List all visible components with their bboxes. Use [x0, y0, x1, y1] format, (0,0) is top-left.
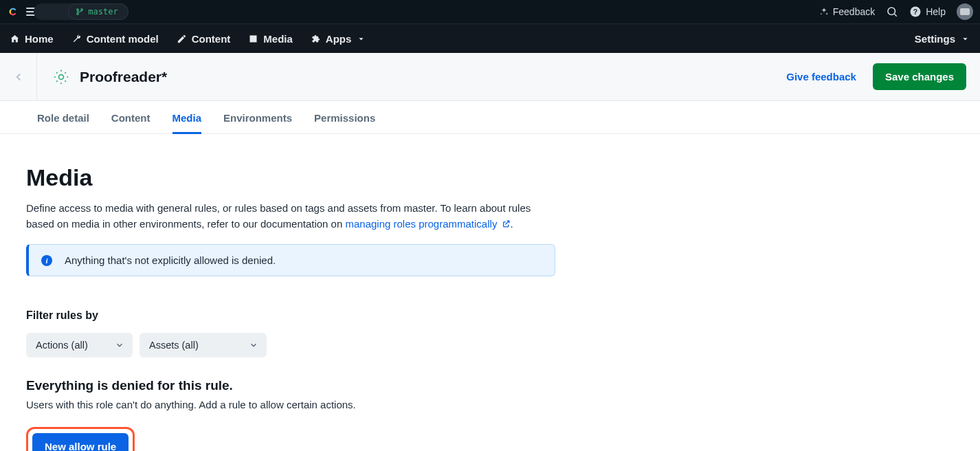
svg-point-3	[888, 8, 895, 15]
environment-pill[interactable]: master	[68, 3, 128, 20]
svg-point-6	[59, 74, 64, 79]
chevron-down-icon	[115, 340, 124, 350]
primary-nav: Home Content model Content Media Apps Se…	[0, 23, 980, 53]
wrench-icon	[71, 34, 82, 44]
caret-down-icon	[960, 34, 970, 44]
chevron-left-icon	[12, 71, 25, 83]
role-tabs: Role detail Content Media Environments P…	[0, 101, 980, 134]
nav-content[interactable]: Content	[177, 33, 231, 45]
give-feedback-link[interactable]: Give feedback	[786, 71, 856, 82]
nav-media[interactable]: Media	[248, 33, 293, 45]
app-topbar: BE master Feedback ? Help	[0, 0, 980, 23]
tutorial-highlight: New allow rule	[26, 427, 135, 451]
search-icon	[886, 6, 898, 18]
doc-link-managing-roles[interactable]: managing roles programmatically	[345, 218, 510, 230]
media-rules-section: Media Define access to media with genera…	[0, 134, 564, 451]
filter-actions-select[interactable]: Actions (all)	[26, 333, 133, 358]
denied-heading: Everything is denied for this rule.	[26, 378, 564, 393]
nav-content-model[interactable]: Content model	[71, 33, 159, 45]
denied-description: Users with this role can't do anything. …	[26, 399, 564, 410]
chevron-down-icon	[249, 340, 258, 350]
nav-settings[interactable]: Settings	[915, 33, 970, 45]
filter-assets-select[interactable]: Assets (all)	[140, 333, 267, 358]
home-icon	[10, 34, 20, 44]
tab-environments[interactable]: Environments	[223, 101, 292, 134]
tab-role-detail[interactable]: Role detail	[37, 101, 89, 134]
environment-name: master	[88, 7, 118, 16]
nav-apps[interactable]: Apps	[311, 33, 367, 45]
image-icon	[248, 34, 258, 44]
section-description: Define access to media with general rule…	[26, 201, 555, 232]
page-header: Proofreader* Give feedback Save changes	[0, 53, 980, 101]
role-gear-icon	[52, 68, 70, 86]
external-link-icon	[502, 219, 511, 228]
save-changes-button[interactable]: Save changes	[873, 63, 966, 90]
tab-content[interactable]: Content	[111, 101, 151, 134]
nav-home[interactable]: Home	[10, 33, 54, 45]
pencil-icon	[177, 34, 187, 44]
puzzle-icon	[311, 34, 321, 44]
info-callout: i Anything that's not explicitly allowed…	[26, 244, 555, 276]
section-heading: Media	[26, 164, 564, 191]
sparkle-icon	[819, 7, 829, 16]
back-button[interactable]	[0, 53, 37, 100]
info-icon: i	[41, 255, 52, 266]
user-avatar[interactable]	[957, 3, 973, 20]
tab-permissions[interactable]: Permissions	[314, 101, 375, 134]
search-button[interactable]	[886, 6, 898, 18]
svg-point-1	[81, 9, 83, 11]
caret-down-icon	[356, 34, 366, 44]
info-text: Anything that's not explicitly allowed i…	[65, 254, 276, 266]
help-icon: ?	[909, 6, 922, 18]
svg-point-2	[77, 13, 79, 15]
contentful-logo-icon[interactable]	[7, 6, 19, 18]
filter-label: Filter rules by	[26, 309, 564, 322]
help-link[interactable]: ? Help	[909, 6, 946, 18]
svg-text:?: ?	[913, 8, 917, 16]
tab-media[interactable]: Media	[172, 101, 202, 134]
branch-icon	[76, 8, 84, 16]
page-title: Proofreader*	[80, 69, 167, 85]
svg-point-0	[77, 9, 79, 11]
feedback-link[interactable]: Feedback	[819, 6, 875, 17]
new-allow-rule-button[interactable]: New allow rule	[32, 433, 129, 451]
